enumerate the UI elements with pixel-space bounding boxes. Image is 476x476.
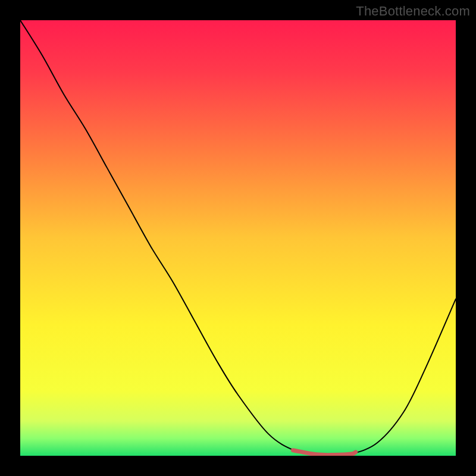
watermark-label: TheBottleneck.com <box>356 4 470 19</box>
plot-area <box>20 20 456 456</box>
bottleneck-curve-chart <box>20 20 456 456</box>
gradient-background <box>20 20 456 456</box>
chart-container: TheBottleneck.com <box>0 0 476 476</box>
